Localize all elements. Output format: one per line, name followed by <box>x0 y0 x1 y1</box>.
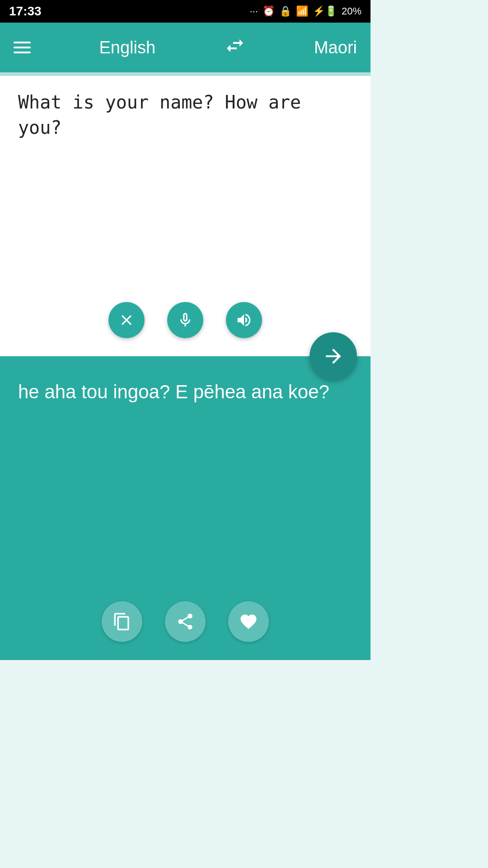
target-language-label[interactable]: Maori <box>314 38 357 57</box>
status-bar: 17:33 ··· ⏰ 🔒 📶 ⚡🔋 20% <box>0 0 371 23</box>
navbar: English Maori <box>0 23 371 72</box>
favorite-button[interactable] <box>228 601 269 642</box>
input-actions <box>18 302 352 343</box>
signal-icon: 📶 <box>296 5 308 17</box>
alarm-icon: ⏰ <box>263 5 275 17</box>
output-actions <box>18 601 352 646</box>
microphone-button[interactable] <box>167 302 203 338</box>
source-language-label[interactable]: English <box>99 38 155 57</box>
copy-button[interactable] <box>102 601 142 642</box>
speak-input-button[interactable] <box>226 302 262 338</box>
translated-text: he aha tou ingoa? E pēhea ana koe? <box>18 379 352 592</box>
battery-percent: 20% <box>342 5 361 17</box>
clear-button[interactable] <box>108 302 145 338</box>
lock-icon: 🔒 <box>279 5 291 17</box>
input-section <box>0 76 371 356</box>
status-time: 17:33 <box>9 4 42 19</box>
translate-button[interactable] <box>310 332 357 380</box>
share-button[interactable] <box>165 601 206 642</box>
dots-icon: ··· <box>250 5 258 17</box>
menu-button[interactable] <box>14 42 31 53</box>
swap-languages-button[interactable] <box>224 35 246 61</box>
battery-icon: ⚡🔋 <box>313 5 337 17</box>
output-section: he aha tou ingoa? E pēhea ana koe? <box>0 356 371 660</box>
main-content: he aha tou ingoa? E pēhea ana koe? <box>0 76 371 660</box>
divider <box>0 72 371 76</box>
source-text-input[interactable] <box>18 90 352 293</box>
status-icons: ··· ⏰ 🔒 📶 ⚡🔋 20% <box>250 5 361 17</box>
